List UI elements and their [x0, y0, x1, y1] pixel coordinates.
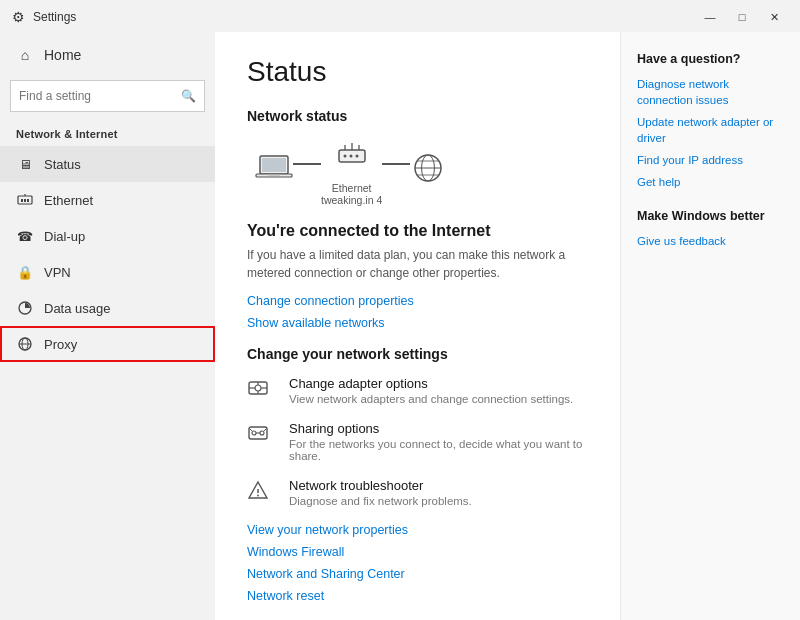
network-settings-heading: Change your network settings — [247, 346, 588, 362]
line1 — [293, 163, 321, 165]
right-link-update[interactable]: Update network adapter or driver — [637, 114, 784, 146]
svg-rect-10 — [262, 158, 286, 172]
right-question-title: Have a question? — [637, 52, 784, 66]
settings-icon: ⚙ — [12, 9, 25, 25]
sidebar-label-status: Status — [44, 157, 81, 172]
svg-point-26 — [255, 385, 261, 391]
home-icon: ⌂ — [16, 46, 34, 64]
right-link-help[interactable]: Get help — [637, 174, 784, 190]
line2 — [382, 163, 410, 165]
option-sharing-desc: For the networks you connect to, decide … — [289, 438, 588, 462]
right-windows-title: Make Windows better — [637, 209, 784, 223]
sidebar-search-box[interactable]: 🔍 — [10, 80, 205, 112]
svg-rect-12 — [268, 174, 280, 176]
svg-point-33 — [260, 431, 264, 435]
title-bar-controls: — □ ✕ — [696, 6, 788, 28]
svg-point-32 — [252, 431, 256, 435]
close-button[interactable]: ✕ — [760, 6, 788, 28]
connected-desc: If you have a limited data plan, you can… — [247, 246, 588, 282]
svg-point-38 — [257, 495, 259, 497]
sidebar-label-datausage: Data usage — [44, 301, 111, 316]
svg-rect-3 — [27, 199, 29, 202]
option-sharing-name: Sharing options — [289, 421, 588, 436]
right-link-feedback[interactable]: Give us feedback — [637, 233, 784, 249]
option-sharing: Sharing options For the networks you con… — [247, 421, 588, 462]
option-troubleshooter-name: Network troubleshooter — [289, 478, 472, 493]
title-bar: ⚙ Settings — □ ✕ — [0, 0, 800, 32]
laptop-icon — [255, 152, 293, 192]
option-adapter-name: Change adapter options — [289, 376, 573, 391]
device-router-label: Ethernettweaking.in 4 — [321, 182, 382, 206]
sidebar-label-ethernet: Ethernet — [44, 193, 93, 208]
router-icon — [335, 138, 369, 178]
option-adapter: Change adapter options View network adap… — [247, 376, 588, 405]
svg-rect-2 — [24, 199, 26, 202]
sidebar-item-status[interactable]: 🖥 Status — [0, 146, 215, 182]
search-icon: 🔍 — [181, 89, 196, 103]
sidebar-item-ethernet[interactable]: Ethernet — [0, 182, 215, 218]
svg-line-36 — [264, 429, 266, 431]
adapter-icon — [247, 377, 275, 404]
sharing-icon — [247, 422, 275, 449]
sidebar-home-label: Home — [44, 47, 81, 63]
link-change-connection[interactable]: Change connection properties — [247, 294, 588, 308]
sidebar-item-dialup[interactable]: ☎ Dial-up — [0, 218, 215, 254]
app-container: ⌂ Home 🔍 Network & Internet 🖥 Status — [0, 32, 800, 620]
sidebar-label-proxy: Proxy — [44, 337, 77, 352]
vpn-icon: 🔒 — [16, 263, 34, 281]
svg-point-14 — [343, 155, 346, 158]
right-section-gap: Make Windows better Give us feedback — [637, 209, 784, 249]
sidebar-label-dialup: Dial-up — [44, 229, 85, 244]
sidebar-label-vpn: VPN — [44, 265, 71, 280]
svg-line-35 — [250, 429, 252, 431]
svg-rect-1 — [21, 199, 23, 202]
proxy-icon — [16, 335, 34, 353]
title-bar-text: Settings — [33, 10, 76, 24]
page-title: Status — [247, 56, 588, 88]
connected-title: You're connected to the Internet — [247, 222, 588, 240]
link-network-reset[interactable]: Network reset — [247, 589, 588, 603]
dialup-icon: ☎ — [16, 227, 34, 245]
option-troubleshooter-desc: Diagnose and fix network problems. — [289, 495, 472, 507]
link-sharing-center[interactable]: Network and Sharing Center — [247, 567, 588, 581]
svg-point-16 — [355, 155, 358, 158]
bottom-links: View your network properties Windows Fir… — [247, 523, 588, 603]
sidebar-item-home[interactable]: ⌂ Home — [0, 36, 215, 74]
device-router: Ethernettweaking.in 4 — [321, 138, 382, 206]
title-bar-left: ⚙ Settings — [12, 9, 76, 25]
link-windows-firewall[interactable]: Windows Firewall — [247, 545, 588, 559]
minimize-button[interactable]: — — [696, 6, 724, 28]
device-internet — [410, 150, 446, 194]
sidebar-item-datausage[interactable]: Data usage — [0, 290, 215, 326]
status-icon: 🖥 — [16, 155, 34, 173]
link-network-properties[interactable]: View your network properties — [247, 523, 588, 537]
sidebar-item-proxy[interactable]: Proxy — [0, 326, 215, 362]
sidebar-section-title: Network & Internet — [0, 122, 215, 146]
datausage-icon — [16, 299, 34, 317]
right-link-diagnose[interactable]: Diagnose network connection issues — [637, 76, 784, 108]
sidebar: ⌂ Home 🔍 Network & Internet 🖥 Status — [0, 32, 215, 620]
svg-point-15 — [349, 155, 352, 158]
search-input[interactable] — [19, 89, 181, 103]
link-show-networks[interactable]: Show available networks — [247, 316, 588, 330]
right-panel: Have a question? Diagnose network connec… — [620, 32, 800, 620]
globe-icon — [410, 150, 446, 194]
main-content: Status Network status — [215, 32, 620, 620]
option-adapter-desc: View network adapters and change connect… — [289, 393, 573, 405]
sidebar-item-vpn[interactable]: 🔒 VPN — [0, 254, 215, 290]
network-status-heading: Network status — [247, 108, 588, 124]
device-laptop — [255, 152, 293, 192]
right-link-ip[interactable]: Find your IP address — [637, 152, 784, 168]
network-diagram: Ethernettweaking.in 4 — [255, 138, 588, 206]
troubleshooter-icon — [247, 479, 275, 506]
ethernet-icon — [16, 191, 34, 209]
option-troubleshooter: Network troubleshooter Diagnose and fix … — [247, 478, 588, 507]
maximize-button[interactable]: □ — [728, 6, 756, 28]
